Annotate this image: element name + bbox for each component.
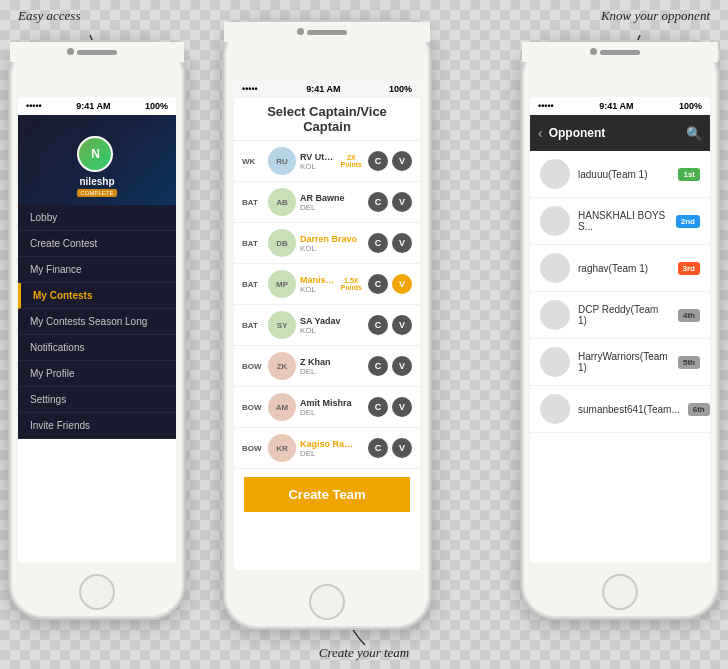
avatar: N [77,136,113,172]
player-name: RV Uthappa [300,152,337,162]
menu-item-invite[interactable]: Invite Friends [18,413,176,439]
phone-left: ••••• 9:41 AM 100% N nileshp COMPLETE Lo… [8,40,186,620]
player-row: BAT AB AR Bawne DEL C V [234,182,420,223]
rank-badge: 2nd [676,215,700,228]
captain-button[interactable]: C [368,315,388,335]
player-name: Manish Pandey [300,275,337,285]
player-row: BOW KR Kagiso Rabada DEL C V [234,428,420,469]
player-pts: 1.5XPoints [341,277,362,291]
vice-captain-button[interactable]: V [392,151,412,171]
player-name: Kagiso Rabada [300,439,358,449]
player-info: RV Uthappa KOL [300,152,337,171]
menu-item-finance[interactable]: My Finance [18,257,176,283]
player-avatar: RU [268,147,296,175]
menu-item-my-contests[interactable]: My Contests [18,283,176,309]
opponent-row: HarryWarriors(Team 1) 5th [530,339,710,386]
player-role: BAT [242,198,264,207]
rank-badge: 6th [688,403,710,416]
phone1-battery: 100% [145,101,168,111]
captain-button[interactable]: C [368,397,388,417]
player-role: BOW [242,444,264,453]
back-icon[interactable]: ‹ [538,125,543,141]
menu-item-profile[interactable]: My Profile [18,361,176,387]
player-avatar: DB [268,229,296,257]
phone2-camera [297,28,304,35]
phone1-time: 9:41 AM [76,101,110,111]
opponent-name: raghav(Team 1) [578,263,670,274]
menu-user-info: N nileshp COMPLETE [77,136,116,197]
captain-button[interactable]: C [368,274,388,294]
vice-captain-button[interactable]: V [392,356,412,376]
captain-button[interactable]: C [368,438,388,458]
player-info: Z Khan DEL [300,357,358,376]
phone2-home-button[interactable] [309,584,345,620]
phone1-home-button[interactable] [79,574,115,610]
captain-button[interactable]: C [368,192,388,212]
player-info: AR Bawne DEL [300,193,358,212]
menu-item-create-contest[interactable]: Create Contest [18,231,176,257]
phone2-status-bar: ••••• 9:41 AM 100% [234,80,420,98]
player-team: KOL [300,326,358,335]
menu-list: Lobby Create Contest My Finance My Conte… [18,205,176,439]
annotation-know-opponent: Know your opponent [601,8,710,24]
vice-captain-button[interactable]: V [392,438,412,458]
vice-captain-button[interactable]: V [392,192,412,212]
create-team-button[interactable]: Create Team [244,477,410,512]
complete-badge: COMPLETE [77,189,116,197]
opponent-title: Opponent [549,126,680,140]
player-role: BAT [242,280,264,289]
phone3-camera [590,48,597,55]
player-avatar: KR [268,434,296,462]
captain-button[interactable]: C [368,233,388,253]
phone2-screen: ••••• 9:41 AM 100% Select Captain/Vice C… [234,80,420,570]
captain-button[interactable]: C [368,356,388,376]
phone2-speaker [307,30,347,35]
vice-captain-button[interactable]: V [392,397,412,417]
player-name: AR Bawne [300,193,358,203]
player-list: WK RU RV Uthappa KOL 2XPoints C V BAT AB… [234,141,420,469]
player-name: Darren Bravo [300,234,358,244]
player-team: DEL [300,408,358,417]
phone3-time: 9:41 AM [599,101,633,111]
phone2-top-bar [224,22,430,42]
opponent-avatar [540,206,570,236]
username: nileshp [77,176,116,187]
phone3-home-button[interactable] [602,574,638,610]
search-icon[interactable]: 🔍 [686,126,702,141]
player-avatar: ZK [268,352,296,380]
phone-right: ••••• 9:41 AM 100% ‹ Opponent 🔍 laduuu(T… [520,40,720,620]
opponent-row: raghav(Team 1) 3rd [530,245,710,292]
rank-badge: 4th [678,309,700,322]
vice-captain-button[interactable]: V [392,233,412,253]
player-pts: 2XPoints [341,154,362,168]
phone1-top-bar [10,42,184,62]
vice-captain-button[interactable]: V [392,274,412,294]
opponent-header: ‹ Opponent 🔍 [530,115,710,151]
player-info: SA Yadav KOL [300,316,358,335]
player-role: BAT [242,239,264,248]
menu-item-season-long[interactable]: My Contests Season Long [18,309,176,335]
player-info: Kagiso Rabada DEL [300,439,358,458]
menu-item-lobby[interactable]: Lobby [18,205,176,231]
player-name: Amit Mishra [300,398,358,408]
player-row: BOW AM Amit Mishra DEL C V [234,387,420,428]
rank-badge: 1st [678,168,700,181]
player-team: KOL [300,285,337,294]
annotation-easy-access: Easy access [18,8,80,24]
vice-captain-button[interactable]: V [392,315,412,335]
player-team: KOL [300,162,337,171]
player-name: SA Yadav [300,316,358,326]
phone2-status-dots: ••••• [242,84,258,94]
opponent-avatar [540,300,570,330]
opponent-avatar [540,253,570,283]
opponent-name: sumanbest641(Team... [578,404,680,415]
player-info: Darren Bravo KOL [300,234,358,253]
menu-item-settings[interactable]: Settings [18,387,176,413]
rank-badge: 5th [678,356,700,369]
captain-button[interactable]: C [368,151,388,171]
opponent-row: HANSKHALI BOYS S... 2nd [530,198,710,245]
captain-title: Select Captain/Vice Captain [242,104,412,134]
player-role: BAT [242,321,264,330]
player-row: BOW ZK Z Khan DEL C V [234,346,420,387]
menu-item-notifications[interactable]: Notifications [18,335,176,361]
